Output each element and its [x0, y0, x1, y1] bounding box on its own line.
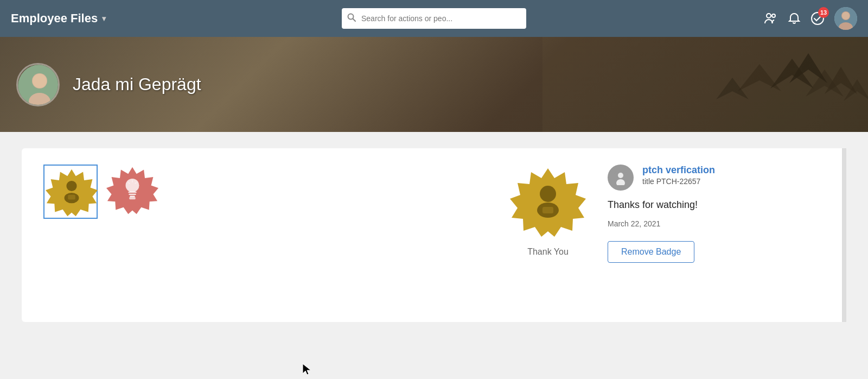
issuer-info: ptch verfication title PTCH-22657 [642, 165, 715, 186]
nav-actions: 13 [764, 7, 857, 30]
search-bar [342, 8, 526, 29]
profile-banner: Jada mi Geprägt [0, 37, 868, 132]
svg-point-15 [66, 181, 76, 191]
svg-point-22 [540, 186, 556, 202]
svg-point-13 [33, 74, 47, 88]
badge-item-1[interactable] [43, 165, 98, 219]
notification-badge: 13 [818, 7, 829, 18]
issuer-avatar [608, 165, 634, 191]
profile-name: Jada mi Geprägt [73, 74, 201, 94]
people-icon-button[interactable] [764, 11, 778, 26]
badge-detail-header: ptch verfication title PTCH-22657 [608, 165, 825, 191]
issuer-title: title PTCH-22657 [642, 177, 715, 186]
svg-line-1 [353, 19, 356, 22]
scrollbar[interactable] [842, 148, 846, 322]
selected-badge-label: Thank You [527, 247, 569, 257]
search-input[interactable] [342, 8, 526, 29]
main-content: Thank You ptch verfication title PTCH-22… [0, 132, 868, 379]
svg-rect-24 [542, 207, 553, 213]
app-title[interactable]: Employee Files ▾ [11, 11, 106, 26]
navbar: Employee Files ▾ [0, 0, 868, 37]
bell-icon-button[interactable] [788, 12, 801, 25]
profile-avatar [16, 63, 60, 106]
badge-item-2[interactable] [106, 165, 161, 219]
remove-badge-button[interactable]: Remove Badge [608, 241, 694, 263]
svg-rect-17 [68, 195, 75, 200]
chevron-down-icon: ▾ [102, 14, 106, 23]
svg-rect-20 [129, 197, 136, 200]
svg-point-3 [772, 14, 775, 17]
user-avatar[interactable] [834, 7, 857, 30]
svg-point-26 [618, 173, 623, 178]
badge-list [43, 165, 161, 219]
check-badge-button[interactable]: 13 [810, 11, 825, 26]
badge-detail-panel: ptch verfication title PTCH-22657 Thanks… [597, 165, 825, 263]
badge-date: March 22, 2021 [608, 219, 825, 228]
svg-point-8 [842, 12, 850, 20]
badge-message: Thanks for watching! [608, 199, 825, 211]
selected-badge-display: Thank You [510, 165, 586, 257]
search-icon [347, 13, 356, 24]
svg-point-2 [767, 14, 771, 18]
issuer-name[interactable]: ptch verfication [642, 165, 715, 176]
badge-card: Thank You ptch verfication title PTCH-22… [22, 148, 846, 322]
app-title-text: Employee Files [11, 11, 98, 26]
cursor-icon [302, 363, 312, 376]
